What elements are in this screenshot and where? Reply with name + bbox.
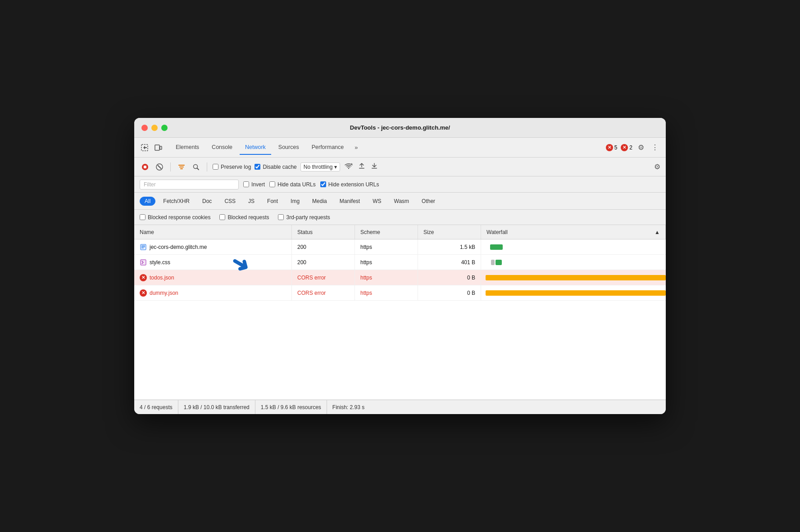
tab-bar-right: ✕ 5 ✕ 2 ⚙ ⋮ [606,141,660,153]
filter-all-button[interactable]: All [140,197,155,206]
tab-sources[interactable]: Sources [273,140,305,155]
chevron-down-icon: ▾ [334,164,337,170]
device-icon[interactable] [153,143,163,153]
invert-checkbox[interactable]: Invert [243,181,265,188]
status-resources: 1.5 kB / 9.6 kB resources [255,400,327,414]
html-doc-icon [140,243,147,251]
filter-button[interactable] [176,162,187,172]
third-party-checkbox[interactable]: 3rd-party requests [278,214,330,221]
svg-rect-10 [359,168,364,169]
svg-rect-1 [155,145,159,150]
td-scheme: https [355,285,418,300]
hide-data-urls-checkbox[interactable]: Hide data URLs [269,181,316,188]
td-name: jec-cors-demo.glitch.me [134,239,292,254]
td-scheme: https [355,270,418,285]
filter-input[interactable] [140,180,239,189]
td-size: 0 B [418,285,481,300]
more-options-icon[interactable]: ⋮ [650,141,660,153]
filter-ws-button[interactable]: WS [368,197,386,206]
table-row[interactable]: style.css 200 https 401 B [134,255,666,270]
search-button[interactable] [191,162,201,172]
filter-css-button[interactable]: CSS [219,197,241,206]
td-name: style.css [134,255,292,270]
error-x-icon: ✕ [606,144,613,151]
svg-rect-11 [372,168,377,169]
td-size: 401 B [418,255,481,270]
inspect-icon[interactable] [140,143,150,153]
import-icon[interactable] [357,162,366,172]
record-button[interactable] [140,162,150,172]
throttle-select[interactable]: No throttling ▾ [300,162,341,171]
td-scheme: https [355,239,418,254]
svg-line-8 [197,168,199,170]
td-waterfall-2 [481,285,666,300]
filter-font-button[interactable]: Font [262,197,283,206]
filter-wasm-button[interactable]: Wasm [389,197,414,206]
filter-row: Invert Hide data URLs Hide extension URL… [134,176,666,193]
blocked-cookies-checkbox[interactable]: Blocked response cookies [140,214,210,221]
devtools-window: DevTools - jec-cors-demo.glitch.me/ Elem… [134,118,666,414]
status-bar: 4 / 6 requests 1.9 kB / 10.0 kB transfer… [134,400,666,414]
tab-bar: Elements Console Network Sources Perform… [134,138,666,158]
close-button[interactable] [141,125,148,131]
td-status: CORS error [292,285,355,300]
th-waterfall: Waterfall ▲ [481,225,666,239]
window-title: DevTools - jec-cors-demo.glitch.me/ [350,124,450,131]
hide-extension-urls-checkbox[interactable]: Hide extension URLs [320,181,379,188]
error-count-2: 2 [629,144,632,151]
tab-network[interactable]: Network [240,140,271,155]
th-status: Status [292,225,355,239]
disable-cache-checkbox[interactable]: Disable cache [255,164,296,170]
filter-fetch-xhr-button[interactable]: Fetch/XHR [158,197,195,206]
table-row[interactable]: jec-cors-demo.glitch.me 200 https 1.5 kB [134,239,666,255]
preserve-log-checkbox[interactable]: Preserve log [213,164,251,170]
clear-button[interactable] [154,162,165,172]
toolbar-separator-1 [170,162,171,171]
td-waterfall [481,239,666,254]
error-badge-1[interactable]: ✕ 5 [606,144,618,151]
error-count-1: 5 [614,144,618,151]
filter-other-button[interactable]: Other [417,197,440,206]
blocked-requests-checkbox[interactable]: Blocked requests [219,214,269,221]
error-x-icon-2: ✕ [621,144,628,151]
tab-elements[interactable]: Elements [170,140,205,155]
table-row-error-2[interactable]: ✕ dummy.json CORS error https 0 B [134,285,666,301]
td-scheme: https [355,255,418,270]
error-badge-2[interactable]: ✕ 2 [621,144,632,151]
sort-asc-icon[interactable]: ▲ [655,229,660,235]
title-bar: DevTools - jec-cors-demo.glitch.me/ [134,118,666,138]
status-requests: 4 / 6 requests [140,400,178,414]
th-name: Name [134,225,292,239]
filter-media-button[interactable]: Media [307,197,332,206]
filter-doc-button[interactable]: Doc [197,197,217,206]
toolbar: Preserve log Disable cache No throttling… [134,158,666,176]
table-row-error[interactable]: ✕ todos.json CORS error https 0 B [134,270,666,285]
td-status: 200 [292,255,355,270]
filter-js-button[interactable]: JS [243,197,259,206]
filter-img-button[interactable]: Img [286,197,305,206]
network-settings-icon[interactable]: ⚙ [654,162,660,171]
maximize-button[interactable] [161,125,168,131]
tab-console[interactable]: Console [206,140,238,155]
settings-icon[interactable]: ⚙ [636,141,646,153]
svg-rect-2 [160,146,162,149]
filter-manifest-button[interactable]: Manifest [335,197,365,206]
td-name: ✕ todos.json [134,270,292,285]
status-transferred: 1.9 kB / 10.0 kB transferred [178,400,255,414]
waterfall-bar-gray [491,260,495,265]
checkboxes-row: Blocked response cookies Blocked request… [134,210,666,225]
tab-icons [140,143,163,153]
error-x-icon-3: ✕ [140,289,147,297]
more-tabs-button[interactable]: » [351,142,361,153]
status-finish: Finish: 2.93 s [327,400,370,414]
minimize-button[interactable] [151,125,158,131]
tab-performance[interactable]: Performance [306,140,350,155]
td-size: 0 B [418,270,481,285]
export-icon[interactable] [370,162,379,172]
th-scheme: Scheme [355,225,418,239]
toolbar-separator-2 [207,162,207,171]
td-waterfall [481,255,666,270]
resource-type-row: All Fetch/XHR Doc CSS JS Font Img Media … [134,193,666,210]
th-size: Size [418,225,481,239]
network-conditions-icon[interactable] [344,162,354,171]
